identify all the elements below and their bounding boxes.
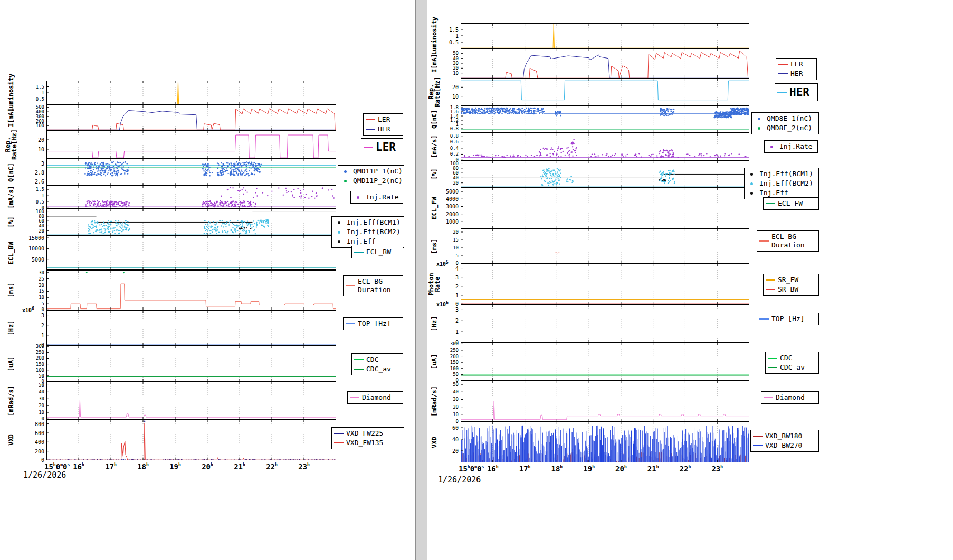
legend-qmd8e-1-nc-: QMD8E_1(nC)QMD8E_2(nC)	[751, 112, 819, 134]
legend-item: Diamond	[350, 393, 401, 402]
plot-row-current	[46, 105, 336, 130]
line-marker-icon	[346, 323, 355, 324]
legend-label: Diamond	[362, 393, 391, 402]
dot-marker-icon	[770, 146, 773, 148]
y-tick-label: 100	[435, 161, 459, 167]
y-tick-label: 200	[435, 354, 459, 360]
line-marker-icon	[366, 119, 375, 120]
legend-label: LER	[378, 115, 390, 124]
legend-item: ECL BG Duration	[759, 233, 816, 249]
plot-row-inj-rate	[46, 186, 336, 208]
legend-label: LER	[790, 60, 803, 69]
legend-label: VXD_FW225	[346, 429, 383, 438]
line-marker-icon	[346, 285, 355, 286]
legend-item: Inj.Eff(BCM2)	[747, 179, 816, 188]
y-tick-label: 400	[21, 439, 44, 445]
y-tick-label: 40	[435, 389, 459, 395]
dot-marker-icon	[338, 231, 340, 234]
y-tick-label: 300	[21, 344, 44, 350]
plot-row-cdc	[46, 345, 336, 382]
legend-label: QMD8E_1(nC)	[767, 114, 812, 123]
legend-top-hz-: TOP [Hz]	[343, 317, 403, 330]
dot-marker-icon	[344, 180, 347, 182]
line-marker-icon	[766, 279, 775, 281]
plot-row-rep-rate	[46, 130, 336, 159]
y-tick-label: 100	[435, 366, 459, 372]
legend-label: SR_FW	[778, 276, 798, 284]
x-tick-label: 19h	[583, 465, 595, 473]
legend-item: TOP [Hz]	[759, 315, 816, 323]
legend-item: ECL BG Duration	[346, 277, 401, 294]
legend-top-hz-: TOP [Hz]	[757, 313, 819, 325]
y-tick-label: 2	[435, 284, 459, 289]
plot-row-inj-rate	[461, 133, 749, 160]
legend-label: QMD11P_2(nC)	[353, 177, 403, 185]
y-tick-label: 200	[21, 355, 44, 361]
beam-background-monitor-page: 0.511.5Luminosity100200300400500I[mA]102…	[0, 0, 953, 560]
legend-label: CDC_av	[366, 365, 391, 373]
legend-item: LER	[364, 140, 401, 154]
legend-item: VXD_BW180	[753, 432, 816, 440]
legend-ecl-bg-duration: ECL BG Duration	[757, 230, 819, 252]
legend-qmd11p-1-nc-: QMD11P_1(nC)QMD11P_2(nC)	[338, 165, 404, 187]
legend-label: ECL BG Duration	[771, 233, 805, 249]
y-tick-label: 2000	[435, 211, 459, 217]
y-tick-label: 3	[21, 161, 44, 167]
y-tick-label: 0.8	[435, 133, 459, 139]
y-tick-label: 40	[435, 437, 459, 442]
x-tick-label: 16h	[73, 462, 84, 471]
legend-diamond: Diamond	[761, 391, 819, 404]
legend-item: VXD_FW135	[334, 439, 402, 447]
line-marker-icon	[759, 318, 769, 320]
y-axis-title: ECL_BW	[6, 236, 16, 270]
plot-row-diamond	[46, 382, 336, 419]
legend-item: Inj.Rate	[353, 193, 401, 201]
axis-exponent-label: x106	[436, 302, 449, 307]
axis-exponent-label: x106	[22, 307, 34, 313]
legend-inj-eff-bcm1-: Inj.Eff(BCM1)Inj.Eff(BCM2)Inj.Eff	[331, 216, 404, 248]
y-tick-label: 1.5	[21, 84, 44, 90]
y-tick-label: 1	[21, 90, 44, 96]
y-tick-label: 0.2	[435, 151, 459, 157]
y-tick-label: 20	[435, 404, 459, 410]
legend-label: Inj.Eff(BCM2)	[347, 228, 401, 236]
line-marker-icon	[366, 129, 375, 130]
plot-row-ecl-bg	[46, 270, 336, 310]
y-tick-label: 4000	[435, 196, 459, 202]
y-axis-title: VXD	[6, 419, 16, 460]
legend-label: Inj.Eff(BCM1)	[759, 170, 813, 178]
y-tick-label: 2.8	[21, 170, 44, 176]
legend-label: ECL_FW	[778, 199, 803, 208]
y-axis-title: Q[nC]	[6, 159, 16, 186]
legend-ler: LERHER	[363, 113, 403, 136]
axis-exponent-label: x105	[436, 261, 449, 267]
y-tick-label: 20	[435, 229, 459, 235]
dot-marker-icon	[344, 170, 347, 173]
y-tick-label: 15	[21, 288, 44, 294]
y-tick-label: 50	[435, 51, 459, 56]
dot-marker-icon	[338, 221, 340, 224]
plot-row-top	[46, 310, 336, 345]
y-tick-label: 40	[21, 389, 44, 395]
legend-ecl-bg-duration: ECL BG Duration	[343, 275, 403, 296]
y-tick-label: 20	[21, 137, 44, 143]
legend-ecl-fw: ECL_FW	[763, 197, 819, 210]
legend-label: ECL_BW	[366, 248, 391, 256]
y-tick-label: 10	[21, 295, 44, 301]
x-tick-label: 18h	[137, 462, 149, 471]
plot-row-top	[461, 304, 749, 343]
plot-row-ecl-fw	[461, 188, 749, 229]
legend-label: VXD_FW135	[346, 439, 383, 447]
legend-label: HER	[790, 70, 803, 78]
x-tick-label: 18h	[551, 465, 563, 473]
legend-label: QMD8E_2(nC)	[767, 124, 812, 132]
x-tick-label: 22h	[680, 465, 691, 473]
y-tick-label: 1	[435, 329, 459, 335]
legend-item: QMD8E_2(nC)	[754, 124, 816, 132]
line-marker-icon	[766, 203, 775, 204]
line-marker-icon	[364, 147, 373, 148]
y-tick-label: 50	[435, 372, 459, 378]
y-tick-label: 0.4	[435, 146, 459, 151]
line-marker-icon	[759, 240, 769, 242]
y-tick-label: 25	[21, 276, 44, 282]
